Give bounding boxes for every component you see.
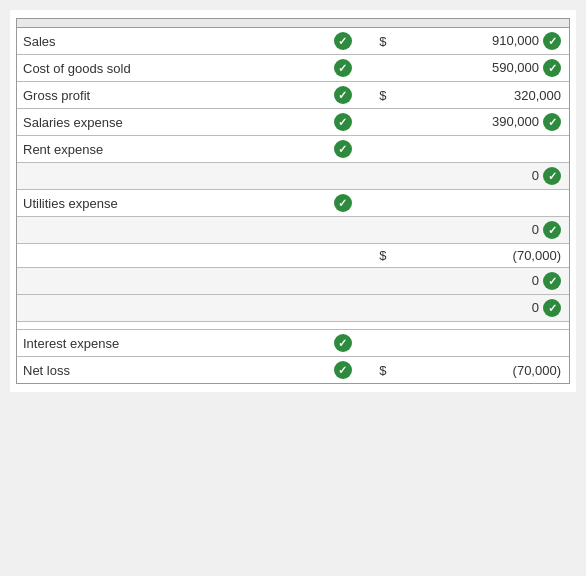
row-check-interest: ✓ <box>321 330 365 357</box>
value-text: 0 <box>532 222 539 237</box>
row-check-subtotal3 <box>321 295 365 322</box>
row-value-salaries: 390,000✓ <box>392 109 569 136</box>
row-dollar-subtotal2 <box>365 268 393 295</box>
row-dollar-utilities-total <box>365 217 393 244</box>
row-check-net-loss: ✓ <box>321 357 365 384</box>
table-row: Net loss✓$(70,000) <box>17 357 569 384</box>
row-dollar-net-loss: $ <box>365 357 393 384</box>
row-check-subtotal2 <box>321 268 365 295</box>
row-dollar-rent <box>365 136 393 163</box>
row-dollar-gross-profit: $ <box>365 82 393 109</box>
row-check-salaries: ✓ <box>321 109 365 136</box>
check-icon: ✓ <box>334 59 352 77</box>
check-icon: ✓ <box>543 32 561 50</box>
table-row: Cost of goods sold✓590,000✓ <box>17 55 569 82</box>
check-icon: ✓ <box>334 113 352 131</box>
row-label-gross-profit: Gross profit <box>17 82 321 109</box>
table-header <box>17 19 569 28</box>
table-row: Salaries expense✓390,000✓ <box>17 109 569 136</box>
check-icon: ✓ <box>334 194 352 212</box>
table-row: 0✓ <box>17 295 569 322</box>
row-dollar-cogs <box>365 55 393 82</box>
row-label-salaries: Salaries expense <box>17 109 321 136</box>
value-text: 0 <box>532 300 539 315</box>
value-text: (70,000) <box>513 363 561 378</box>
table-row: Rent expense✓ <box>17 136 569 163</box>
check-icon: ✓ <box>543 299 561 317</box>
row-value-gross-profit: 320,000 <box>392 82 569 109</box>
row-value-subtotal3: 0✓ <box>392 295 569 322</box>
row-dollar-subtotal: $ <box>365 244 393 268</box>
check-icon: ✓ <box>543 59 561 77</box>
value-text: 0 <box>532 168 539 183</box>
row-label-utilities: Utilities expense <box>17 190 321 217</box>
check-icon: ✓ <box>334 86 352 104</box>
row-label-subtotal2 <box>17 268 321 295</box>
row-value-sales: 910,000✓ <box>392 28 569 55</box>
row-value-utilities <box>392 190 569 217</box>
value-text: 0 <box>532 273 539 288</box>
value-text: 590,000 <box>492 60 539 75</box>
row-value-subtotal: (70,000) <box>392 244 569 268</box>
row-dollar-salaries <box>365 109 393 136</box>
page-container: Sales✓$910,000✓Cost of goods sold✓590,00… <box>10 10 576 392</box>
check-icon: ✓ <box>543 272 561 290</box>
check-icon: ✓ <box>334 334 352 352</box>
row-label-rent: Rent expense <box>17 136 321 163</box>
income-statement-table-wrapper: Sales✓$910,000✓Cost of goods sold✓590,00… <box>16 18 570 384</box>
row-label-rent-total <box>17 163 321 190</box>
row-check-rent-total <box>321 163 365 190</box>
row-value-cogs: 590,000✓ <box>392 55 569 82</box>
row-check-subtotal <box>321 244 365 268</box>
row-check-sales: ✓ <box>321 28 365 55</box>
row-check-rent: ✓ <box>321 136 365 163</box>
check-icon: ✓ <box>543 221 561 239</box>
row-check-utilities-total <box>321 217 365 244</box>
row-check-gross-profit: ✓ <box>321 82 365 109</box>
table-row: Utilities expense✓ <box>17 190 569 217</box>
row-dollar-interest <box>365 330 393 357</box>
value-text: (70,000) <box>513 248 561 263</box>
row-check-cogs: ✓ <box>321 55 365 82</box>
top-note <box>10 10 576 18</box>
row-value-interest <box>392 330 569 357</box>
row-label-net-loss: Net loss <box>17 357 321 384</box>
check-icon: ✓ <box>334 361 352 379</box>
row-value-net-loss: (70,000) <box>392 357 569 384</box>
table-row: 0✓ <box>17 163 569 190</box>
row-dollar-sales: $ <box>365 28 393 55</box>
row-check-utilities: ✓ <box>321 190 365 217</box>
check-icon: ✓ <box>334 32 352 50</box>
table-row: Gross profit✓$320,000 <box>17 82 569 109</box>
row-value-subtotal2: 0✓ <box>392 268 569 295</box>
row-dollar-subtotal3 <box>365 295 393 322</box>
row-dollar-utilities <box>365 190 393 217</box>
row-label-subtotal <box>17 244 321 268</box>
table-row <box>17 322 569 330</box>
value-text: 910,000 <box>492 33 539 48</box>
table-row: $(70,000) <box>17 244 569 268</box>
row-dollar-rent-total <box>365 163 393 190</box>
row-label-utilities-total <box>17 217 321 244</box>
value-text: 320,000 <box>514 88 561 103</box>
table-row: Interest expense✓ <box>17 330 569 357</box>
row-label-sales: Sales <box>17 28 321 55</box>
table-row: 0✓ <box>17 217 569 244</box>
income-statement-table: Sales✓$910,000✓Cost of goods sold✓590,00… <box>17 28 569 383</box>
row-value-rent <box>392 136 569 163</box>
check-icon: ✓ <box>334 140 352 158</box>
table-row: Sales✓$910,000✓ <box>17 28 569 55</box>
row-label-subtotal3 <box>17 295 321 322</box>
row-value-rent-total: 0✓ <box>392 163 569 190</box>
check-icon: ✓ <box>543 167 561 185</box>
check-icon: ✓ <box>543 113 561 131</box>
row-value-utilities-total: 0✓ <box>392 217 569 244</box>
table-row: 0✓ <box>17 268 569 295</box>
value-text: 390,000 <box>492 114 539 129</box>
row-label-interest: Interest expense <box>17 330 321 357</box>
row-label-cogs: Cost of goods sold <box>17 55 321 82</box>
